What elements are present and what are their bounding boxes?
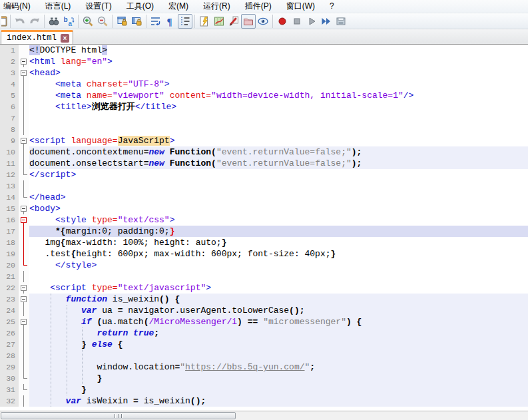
zoom-out-button[interactable] (95, 14, 110, 29)
code-text: <style type="text/css"> (29, 214, 528, 226)
word-wrap-button[interactable] (148, 14, 163, 29)
macro-play-icon (306, 15, 318, 27)
code-line[interactable]: 15<body> (0, 203, 528, 214)
horizontal-scrollbar[interactable] (0, 411, 528, 420)
fold-toggle-icon[interactable] (19, 203, 29, 214)
find-button[interactable] (47, 14, 61, 29)
code-line[interactable]: 23 function is_weixin() { (0, 294, 528, 305)
zoom-in-button[interactable] (81, 14, 95, 29)
fold-toggle-icon[interactable] (19, 316, 29, 327)
code-line[interactable]: 8 (0, 124, 528, 135)
zoom-in-icon (82, 15, 94, 27)
replace-button[interactable]: ba (61, 14, 76, 29)
code-line[interactable]: 25 if (ua.match(/MicroMessenger/i) == "m… (0, 316, 528, 327)
fold-toggle-icon[interactable] (19, 67, 29, 79)
show-all-characters-button[interactable]: ¶ (163, 14, 178, 29)
line-number: 28 (0, 350, 19, 361)
code-line[interactable]: 3<head> (0, 67, 528, 79)
code-line[interactable]: 2<html lang="en"> (0, 56, 528, 67)
redo-button[interactable] (27, 14, 42, 29)
editor[interactable]: 1<!DOCTYPE html>2<html lang="en">3<head>… (0, 45, 528, 411)
code-rows: 1<!DOCTYPE html>2<html lang="en">3<head>… (0, 45, 528, 407)
line-number: 26 (0, 327, 19, 339)
fold-margin (19, 260, 29, 271)
code-line[interactable]: 14</head> (0, 192, 528, 203)
fold-margin (19, 101, 29, 112)
code-line[interactable]: 9<script language=JavaScript> (0, 135, 528, 146)
tab-index-html[interactable]: index.html × (1, 30, 73, 44)
menu-item-3[interactable]: 工具(O) (119, 0, 161, 14)
fold-toggle-icon[interactable] (19, 56, 29, 67)
menu-item-8[interactable]: ? (322, 0, 342, 13)
code-line[interactable]: 19 .test{height: 600px; max-width: 600px… (0, 248, 528, 260)
toolbar-separator (10, 15, 11, 28)
code-line[interactable]: 5 <meta name="viewport" content="width=d… (0, 90, 528, 101)
monitoring-button[interactable] (256, 14, 270, 29)
tab-close-icon[interactable]: × (61, 34, 69, 43)
folder-as-workspace-button[interactable] (241, 14, 256, 29)
indent-guide-button[interactable] (178, 14, 192, 29)
code-line[interactable]: 24 var ua = navigator.userAgent.toLowerC… (0, 305, 528, 316)
line-number: 9 (0, 135, 19, 146)
code-line[interactable]: 7 (0, 112, 528, 124)
code-line[interactable]: 28 (0, 350, 528, 361)
sync-horizontal-button[interactable] (129, 14, 144, 29)
code-line[interactable]: 26 return true; (0, 327, 528, 339)
fold-toggle-icon[interactable] (19, 294, 29, 305)
line-number: 30 (0, 373, 19, 384)
menu-bar: 编码(N)语言(L)设置(T)工具(O)宏(M)运行(R)插件(P)窗口(W)? (0, 0, 528, 13)
undo-button[interactable] (13, 14, 27, 29)
fold-toggle-icon[interactable] (19, 135, 29, 146)
menu-item-6[interactable]: 插件(P) (238, 0, 279, 14)
monitoring-icon (257, 15, 269, 27)
code-line[interactable]: 22 <script type="text/javascript"> (0, 282, 528, 294)
code-line[interactable]: 32 var isWeixin = is_weixin(); (0, 395, 528, 407)
code-text: function is_weixin() { (29, 294, 528, 305)
replace-icon: ba (63, 15, 75, 27)
code-line[interactable]: 1<!DOCTYPE html> (0, 45, 528, 56)
code-line[interactable]: 21 (0, 271, 528, 282)
code-line[interactable]: 13 (0, 180, 528, 192)
code-line[interactable]: 27 } else { (0, 339, 528, 350)
code-line[interactable]: 11document.onselectstart=new Function("e… (0, 158, 528, 169)
toolbar-separator (112, 15, 113, 28)
paste-button[interactable] (1, 14, 8, 29)
menu-item-1[interactable]: 语言(L) (38, 0, 79, 14)
code-text (29, 350, 528, 361)
fold-toggle-icon[interactable] (19, 214, 29, 226)
code-line[interactable]: 31 } (0, 384, 528, 395)
document-map-button[interactable] (212, 14, 226, 29)
sync-vertical-button[interactable] (115, 14, 129, 29)
menu-item-4[interactable]: 宏(M) (161, 0, 196, 14)
line-number: 11 (0, 158, 19, 169)
svg-text:¶: ¶ (167, 16, 172, 27)
macro-record-button[interactable] (275, 14, 290, 29)
line-number: 18 (0, 237, 19, 248)
code-line[interactable]: 30 } (0, 373, 528, 384)
menu-item-0[interactable]: 编码(N) (0, 0, 38, 14)
macro-stop-button[interactable] (290, 14, 304, 29)
code-text: .test{height: 600px; max-width: 600px; f… (29, 248, 528, 260)
menu-item-2[interactable]: 设置(T) (78, 0, 119, 14)
code-text: var isWeixin = is_weixin(); (29, 395, 528, 407)
code-line[interactable]: 20 </style> (0, 260, 528, 271)
code-line[interactable]: 10document.oncontextmenu=new Function("e… (0, 146, 528, 158)
macro-play-button[interactable] (304, 14, 319, 29)
code-line[interactable]: 4 <meta charset="UTF-8"> (0, 79, 528, 90)
code-line[interactable]: 6 <title>浏览器打开</title> (0, 101, 528, 112)
function-list-button[interactable] (226, 14, 241, 29)
fold-margin (19, 373, 29, 384)
menu-item-5[interactable]: 运行(R) (196, 0, 238, 14)
macro-run-multiple-button[interactable] (319, 14, 334, 29)
user-defined-language-button[interactable] (197, 14, 212, 29)
code-line[interactable]: 18 img{max-width: 100%; height: auto;} (0, 237, 528, 248)
macro-save-button[interactable] (334, 14, 348, 29)
code-line[interactable]: 16 <style type="text/css"> (0, 214, 528, 226)
code-line[interactable]: 17 *{margin:0; padding:0;} (0, 226, 528, 237)
menu-item-7[interactable]: 窗口(W) (279, 0, 322, 14)
toolbar-separator (78, 15, 79, 28)
code-line[interactable]: 12</script> (0, 169, 528, 180)
fold-toggle-icon[interactable] (19, 282, 29, 294)
code-line[interactable]: 29 window.location="https://bbs.5q-yun.c… (0, 361, 528, 373)
scrollbar-thumb[interactable] (1, 412, 236, 419)
